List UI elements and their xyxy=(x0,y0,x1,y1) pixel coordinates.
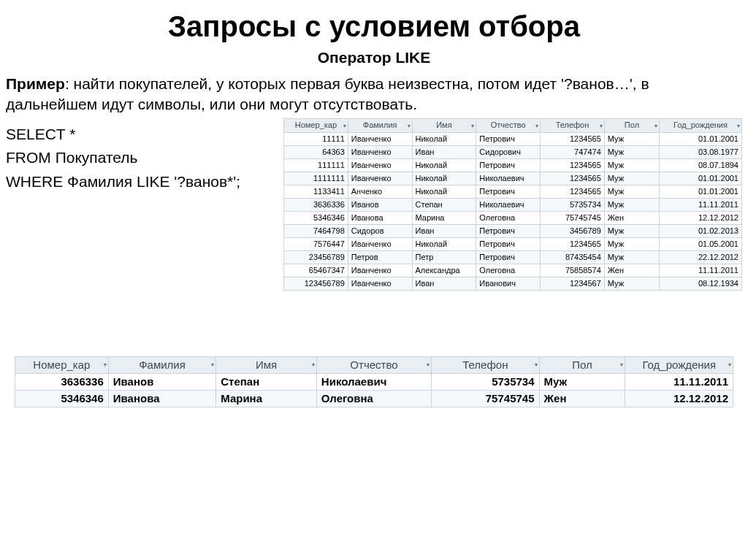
table-cell: Иван xyxy=(412,277,476,290)
table-cell: Иван xyxy=(412,145,476,158)
table-cell: Александра xyxy=(412,264,476,277)
table-cell: Николай xyxy=(412,237,476,250)
table-cell: Иванченко xyxy=(348,172,412,185)
table-cell: Петрович xyxy=(476,250,541,264)
table-cell: 22.12.2012 xyxy=(660,250,742,264)
col-header[interactable]: Имя▾ xyxy=(412,118,476,132)
col-header[interactable]: Фамилия▾ xyxy=(108,356,215,373)
table-cell: 11.11.2011 xyxy=(660,198,742,211)
table-row: 1111111ИванченкоНиколайНиколаевич1234565… xyxy=(284,172,742,185)
col-header[interactable]: Номер_кар▾ xyxy=(15,356,109,373)
table-row: 7464798СидоровИванПетрович3456789Муж01.0… xyxy=(284,224,742,237)
dropdown-icon[interactable]: ▾ xyxy=(312,358,315,372)
table-cell: Муж xyxy=(604,198,659,211)
table-cell: Олеговна xyxy=(316,390,431,407)
table-cell: 3636336 xyxy=(284,198,348,211)
table-cell: Иванов xyxy=(108,373,215,390)
dropdown-icon[interactable]: ▾ xyxy=(471,120,474,131)
table-row: 5346346ИвановаМаринаОлеговна75745745Жен1… xyxy=(15,390,733,407)
table-row: 11111ИванченкоНиколайПетрович1234565Муж0… xyxy=(284,132,742,145)
table-cell: 1234565 xyxy=(541,237,605,250)
table-cell: 08.12.1934 xyxy=(660,277,742,290)
col-header[interactable]: Пол▾ xyxy=(604,118,659,132)
table-cell: Иванович xyxy=(476,277,541,290)
table-cell: 111111 xyxy=(284,158,348,172)
table-cell: 01.05.2001 xyxy=(660,237,742,250)
sql-line: FROM Покупатель xyxy=(6,146,278,170)
table-row: 23456789ПетровПетрПетрович87435454Муж22.… xyxy=(284,250,742,264)
table-cell: Иванова xyxy=(108,390,215,407)
table-header-row: Номер_кар▾ Фамилия▾ Имя▾ Отчество▾ Телеф… xyxy=(284,118,742,132)
table-cell: 5735734 xyxy=(541,198,605,211)
col-header[interactable]: Фамилия▾ xyxy=(348,118,412,132)
table-cell: 1234565 xyxy=(541,185,605,198)
dropdown-icon[interactable]: ▾ xyxy=(211,358,214,372)
result-tbody: 3636336ИвановСтепанНиколаевич5735734Муж1… xyxy=(15,373,733,407)
table-cell: 87435454 xyxy=(541,250,605,264)
col-header[interactable]: Телефон▾ xyxy=(432,356,539,373)
table-cell: Иванченко xyxy=(348,132,412,145)
table-cell: Марина xyxy=(216,390,317,407)
dropdown-icon[interactable]: ▾ xyxy=(408,120,411,131)
dropdown-icon[interactable]: ▾ xyxy=(728,358,731,372)
dropdown-icon[interactable]: ▾ xyxy=(535,120,538,131)
table-cell: 12.12.2012 xyxy=(660,211,742,224)
table-cell: Иванченко xyxy=(348,158,412,172)
table-cell: Иванченко xyxy=(348,277,412,290)
table-cell: Николай xyxy=(412,158,476,172)
table-row: 65467347ИванченкоАлександраОлеговна75858… xyxy=(284,264,742,277)
result-table: Номер_кар▾ Фамилия▾ Имя▾ Отчество▾ Телеф… xyxy=(15,356,733,407)
dropdown-icon[interactable]: ▾ xyxy=(620,358,623,372)
col-header[interactable]: Пол▾ xyxy=(539,356,625,373)
dropdown-icon[interactable]: ▾ xyxy=(104,358,107,372)
col-header[interactable]: Номер_кар▾ xyxy=(284,118,348,132)
table-cell: 11.11.2011 xyxy=(660,264,742,277)
dropdown-icon[interactable]: ▾ xyxy=(600,120,603,131)
table-cell: 5346346 xyxy=(284,211,348,224)
table-cell: 3636336 xyxy=(15,373,109,390)
col-header[interactable]: Отчество▾ xyxy=(316,356,431,373)
table-cell: Иван xyxy=(412,224,476,237)
table-row: 123456789ИванченкоИванИванович1234567Муж… xyxy=(284,277,742,290)
dropdown-icon[interactable]: ▾ xyxy=(535,358,538,372)
source-table: Номер_кар▾ Фамилия▾ Имя▾ Отчество▾ Телеф… xyxy=(283,118,742,291)
table-cell: Петр xyxy=(412,250,476,264)
sql-block: SELECT * FROM Покупатель WHERE Фамилия L… xyxy=(6,123,278,194)
dropdown-icon[interactable]: ▾ xyxy=(737,120,740,131)
table-cell: Муж xyxy=(604,145,659,158)
table-cell: 747474 xyxy=(541,145,605,158)
col-header[interactable]: Телефон▾ xyxy=(541,118,605,132)
col-header[interactable]: Отчество▾ xyxy=(476,118,541,132)
table-cell: Сидорович xyxy=(476,145,541,158)
table-cell: Жен xyxy=(604,211,659,224)
table-cell: Иванов xyxy=(348,198,412,211)
table-cell: Николаевич xyxy=(476,172,541,185)
example-label: Пример xyxy=(6,75,65,92)
dropdown-icon[interactable]: ▾ xyxy=(427,358,430,372)
table-cell: Анченко xyxy=(348,185,412,198)
table-cell: 11.11.2011 xyxy=(625,373,733,390)
col-header[interactable]: Год_рождения▾ xyxy=(660,118,742,132)
table-cell: Петрович xyxy=(476,237,541,250)
table-cell: Иванова xyxy=(348,211,412,224)
table-cell: 5735734 xyxy=(432,373,539,390)
table-cell: Муж xyxy=(539,373,625,390)
table-cell: 08.07.1894 xyxy=(660,158,742,172)
table-row: 111111ИванченкоНиколайПетрович1234565Муж… xyxy=(284,158,742,172)
table-cell: 11111 xyxy=(284,132,348,145)
col-header[interactable]: Год_рождения▾ xyxy=(625,356,733,373)
table-cell: 01.01.2001 xyxy=(660,172,742,185)
table-cell: 5346346 xyxy=(15,390,109,407)
dropdown-icon[interactable]: ▾ xyxy=(654,120,657,131)
table-cell: Муж xyxy=(604,158,659,172)
table-cell: 1133411 xyxy=(284,185,348,198)
dropdown-icon[interactable]: ▾ xyxy=(343,120,346,131)
page-title: Запросы с условием отбора xyxy=(6,10,742,43)
table-cell: Петрович xyxy=(476,158,541,172)
table-cell: Сидоров xyxy=(348,224,412,237)
table-cell: 1234565 xyxy=(541,158,605,172)
table-cell: Николаевич xyxy=(316,373,431,390)
col-header[interactable]: Имя▾ xyxy=(216,356,317,373)
table-cell: 1234565 xyxy=(541,132,605,145)
table-cell: Иванченко xyxy=(348,264,412,277)
